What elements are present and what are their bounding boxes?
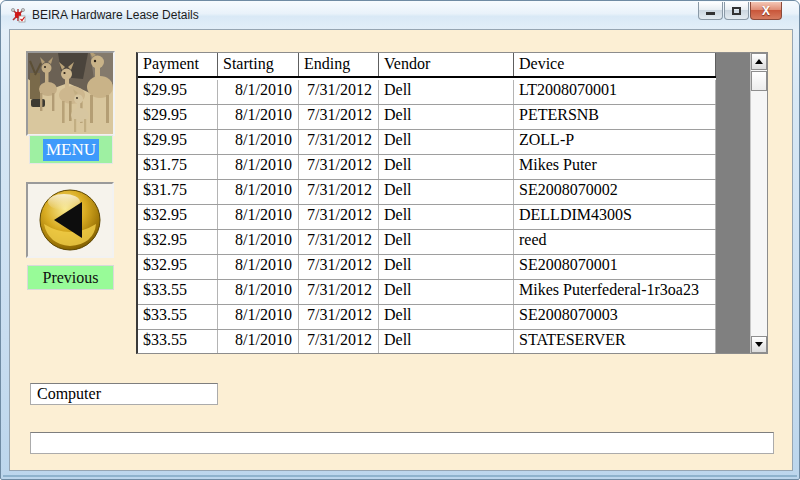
column-header-vendor[interactable]: Vendor: [379, 53, 514, 76]
cell-vendor: Dell: [379, 130, 514, 154]
scroll-up-icon: [755, 59, 763, 64]
cell-starting: 8/1/2010: [218, 105, 299, 129]
cell-ending: 7/31/2012: [299, 180, 379, 204]
table-row[interactable]: $33.558/1/20107/31/2012DellSTATESERVER: [138, 330, 716, 353]
cell-ending: 7/31/2012: [299, 230, 379, 254]
column-header-ending[interactable]: Ending: [299, 53, 379, 76]
cell-payment: $29.95: [138, 105, 218, 129]
cell-ending: 7/31/2012: [299, 330, 379, 353]
cell-payment: $29.95: [138, 130, 218, 154]
cell-payment: $31.75: [138, 180, 218, 204]
cell-payment: $32.95: [138, 230, 218, 254]
minimize-button[interactable]: [698, 2, 723, 20]
scroll-down-button[interactable]: [751, 336, 767, 353]
cell-device: reed: [514, 230, 716, 254]
cell-payment: $33.55: [138, 330, 218, 353]
cell-ending: 7/31/2012: [299, 305, 379, 329]
cell-ending: 7/31/2012: [299, 255, 379, 279]
cell-starting: 8/1/2010: [218, 80, 299, 104]
cell-device: Mikes Puter: [514, 155, 716, 179]
previous-label[interactable]: Previous: [27, 265, 114, 290]
cell-ending: 7/31/2012: [299, 155, 379, 179]
table-row[interactable]: $31.758/1/20107/31/2012DellMikes Puter: [138, 155, 716, 180]
cell-device: SE2008070003: [514, 305, 716, 329]
column-header-device[interactable]: Device: [514, 53, 716, 76]
cell-starting: 8/1/2010: [218, 255, 299, 279]
category-field[interactable]: [30, 383, 218, 405]
previous-button[interactable]: [26, 182, 114, 258]
table-row[interactable]: $32.958/1/20107/31/2012DellSE2008070001: [138, 255, 716, 280]
lease-table: Payment Starting Ending Vendor Device $2…: [136, 52, 768, 354]
cell-vendor: Dell: [379, 280, 514, 304]
menu-button[interactable]: MENU: [29, 135, 113, 164]
app-icon: [10, 7, 26, 23]
cell-device: STATESERVER: [514, 330, 716, 353]
cell-ending: 7/31/2012: [299, 80, 379, 104]
cell-ending: 7/31/2012: [299, 130, 379, 154]
cell-device: DELLDIM4300S: [514, 205, 716, 229]
cell-vendor: Dell: [379, 180, 514, 204]
grid-filler-area: [716, 53, 750, 353]
app-window: BEIRA Hardware Lease Details X: [0, 0, 800, 480]
close-button[interactable]: X: [750, 2, 782, 20]
table-header: Payment Starting Ending Vendor Device: [138, 53, 767, 78]
cell-payment: $29.95: [138, 80, 218, 104]
column-header-starting[interactable]: Starting: [218, 53, 299, 76]
cell-payment: $33.55: [138, 305, 218, 329]
cell-starting: 8/1/2010: [218, 205, 299, 229]
table-row[interactable]: $33.558/1/20107/31/2012DellSE2008070003: [138, 305, 716, 330]
cell-ending: 7/31/2012: [299, 105, 379, 129]
cell-ending: 7/31/2012: [299, 205, 379, 229]
table-row[interactable]: $29.958/1/20107/31/2012DellLT2008070001: [138, 80, 716, 105]
column-header-payment[interactable]: Payment: [138, 53, 218, 76]
cell-payment: $33.55: [138, 280, 218, 304]
cell-starting: 8/1/2010: [218, 130, 299, 154]
cell-vendor: Dell: [379, 80, 514, 104]
scroll-down-icon: [755, 342, 763, 347]
cell-starting: 8/1/2010: [218, 180, 299, 204]
title-bar: BEIRA Hardware Lease Details X: [1, 1, 799, 29]
cell-ending: 7/31/2012: [299, 280, 379, 304]
cell-vendor: Dell: [379, 105, 514, 129]
cell-device: SE2008070002: [514, 180, 716, 204]
status-field[interactable]: [30, 432, 774, 454]
gold-back-sphere-icon: [38, 188, 102, 252]
close-icon: X: [762, 5, 770, 17]
cell-device: Mikes Puterfederal-1r3oa23: [514, 280, 716, 304]
table-row[interactable]: $33.558/1/20107/31/2012DellMikes Puterfe…: [138, 280, 716, 305]
table-row[interactable]: $32.958/1/20107/31/2012DellDELLDIM4300S: [138, 205, 716, 230]
cell-device: ZOLL-P: [514, 130, 716, 154]
table-rows: $29.958/1/20107/31/2012DellLT2008070001$…: [138, 80, 750, 353]
table-row[interactable]: $29.958/1/20107/31/2012DellZOLL-P: [138, 130, 716, 155]
cell-payment: $32.95: [138, 205, 218, 229]
maximize-button[interactable]: [724, 2, 749, 20]
cell-device: PETERSNB: [514, 105, 716, 129]
cell-vendor: Dell: [379, 155, 514, 179]
cell-payment: $31.75: [138, 155, 218, 179]
cell-vendor: Dell: [379, 305, 514, 329]
cell-device: SE2008070001: [514, 255, 716, 279]
scrollbar-thumb[interactable]: [751, 71, 767, 91]
cell-starting: 8/1/2010: [218, 280, 299, 304]
scroll-up-button[interactable]: [751, 53, 767, 70]
menu-button-label: MENU: [43, 139, 99, 161]
minimize-icon: [706, 12, 715, 15]
vertical-scrollbar[interactable]: [750, 53, 767, 353]
table-row[interactable]: $29.958/1/20107/31/2012DellPETERSNB: [138, 105, 716, 130]
cell-device: LT2008070001: [514, 80, 716, 104]
cell-vendor: Dell: [379, 205, 514, 229]
table-row[interactable]: $31.758/1/20107/31/2012DellSE2008070002: [138, 180, 716, 205]
client-area: MENU: [9, 29, 793, 471]
cell-vendor: Dell: [379, 330, 514, 353]
cell-starting: 8/1/2010: [218, 155, 299, 179]
cell-starting: 8/1/2010: [218, 305, 299, 329]
animals-photo: [26, 51, 115, 136]
maximize-icon: [732, 7, 741, 15]
cell-payment: $32.95: [138, 255, 218, 279]
cell-starting: 8/1/2010: [218, 230, 299, 254]
window-title: BEIRA Hardware Lease Details: [32, 8, 199, 22]
cell-vendor: Dell: [379, 255, 514, 279]
table-row[interactable]: $32.958/1/20107/31/2012Dellreed: [138, 230, 716, 255]
cell-vendor: Dell: [379, 230, 514, 254]
cell-starting: 8/1/2010: [218, 330, 299, 353]
